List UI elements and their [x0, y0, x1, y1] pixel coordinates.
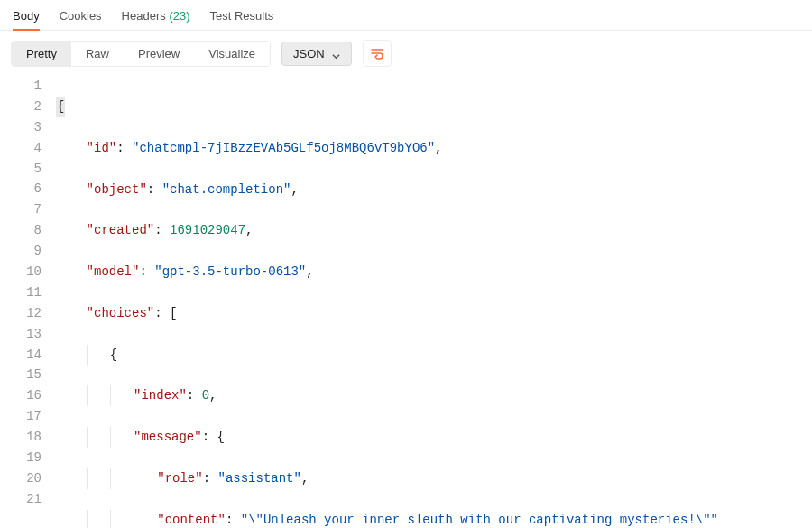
line-number: 14 — [0, 345, 42, 366]
line-number: 17 — [0, 406, 42, 427]
line-number: 10 — [0, 262, 42, 283]
viewmode-visualize[interactable]: Visualize — [194, 42, 270, 66]
line-number: 19 — [0, 448, 42, 468]
line-number: 6 — [0, 179, 42, 199]
tab-cookies[interactable]: Cookies — [60, 5, 102, 30]
line-number: 3 — [0, 117, 42, 138]
line-number: 21 — [0, 489, 42, 510]
format-dropdown-label: JSON — [293, 47, 325, 60]
line-number: 18 — [0, 427, 42, 448]
line-number: 5 — [0, 159, 42, 180]
tab-headers-label: Headers — [122, 9, 166, 23]
body-view-bar: Pretty Raw Preview Visualize JSON — [0, 31, 812, 76]
line-number: 16 — [0, 385, 42, 406]
wrap-lines-button[interactable] — [363, 40, 392, 67]
tab-headers-count: (23) — [169, 9, 189, 23]
line-number: 13 — [0, 324, 42, 345]
line-number: 11 — [0, 283, 42, 303]
response-body-editor: 123456789101112131415161718192021 { "id"… — [0, 76, 812, 528]
line-number: 7 — [0, 199, 42, 220]
viewmode-preview[interactable]: Preview — [124, 42, 194, 66]
line-number: 2 — [0, 97, 42, 117]
wrap-lines-icon — [370, 46, 384, 60]
format-dropdown[interactable]: JSON — [281, 42, 352, 66]
viewmode-pretty[interactable]: Pretty — [12, 42, 71, 66]
viewmode-raw[interactable]: Raw — [71, 42, 124, 66]
line-number: 8 — [0, 220, 42, 241]
response-tabs: Body Cookies Headers (23) Test Results — [0, 0, 812, 31]
line-number: 9 — [0, 241, 42, 262]
line-number: 4 — [0, 138, 42, 159]
tab-headers[interactable]: Headers (23) — [122, 5, 190, 30]
code-area[interactable]: { "id": "chatcmpl-7jIBzzEVAb5GLf5oj8MBQ6… — [56, 76, 812, 528]
line-number: 12 — [0, 303, 42, 324]
tab-test-results[interactable]: Test Results — [210, 5, 274, 30]
tab-body[interactable]: Body — [13, 5, 40, 30]
line-number-gutter: 123456789101112131415161718192021 — [0, 76, 56, 528]
line-number: 1 — [0, 76, 42, 97]
chevron-down-icon — [332, 50, 340, 58]
line-number: 15 — [0, 365, 42, 385]
view-mode-segment: Pretty Raw Preview Visualize — [11, 41, 271, 67]
line-number: 20 — [0, 468, 42, 489]
